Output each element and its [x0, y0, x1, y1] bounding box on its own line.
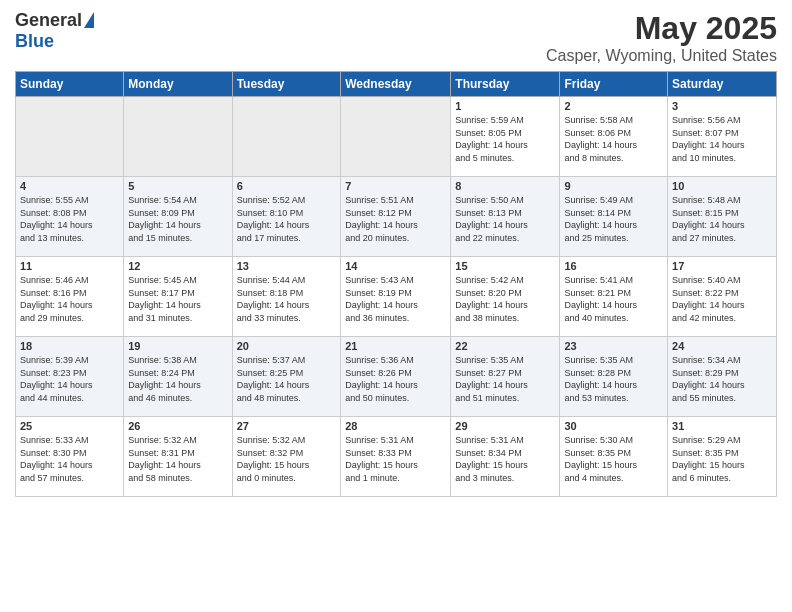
calendar-day-cell: 6Sunrise: 5:52 AM Sunset: 8:10 PM Daylig…: [232, 177, 341, 257]
calendar-day-cell: 12Sunrise: 5:45 AM Sunset: 8:17 PM Dayli…: [124, 257, 232, 337]
day-info: Sunrise: 5:48 AM Sunset: 8:15 PM Dayligh…: [672, 194, 772, 244]
day-number: 16: [564, 260, 663, 272]
calendar-day-cell: 29Sunrise: 5:31 AM Sunset: 8:34 PM Dayli…: [451, 417, 560, 497]
day-number: 28: [345, 420, 446, 432]
calendar-day-cell: 20Sunrise: 5:37 AM Sunset: 8:25 PM Dayli…: [232, 337, 341, 417]
day-number: 9: [564, 180, 663, 192]
day-number: 30: [564, 420, 663, 432]
calendar-day-cell: 18Sunrise: 5:39 AM Sunset: 8:23 PM Dayli…: [16, 337, 124, 417]
calendar-empty-cell: [341, 97, 451, 177]
day-info: Sunrise: 5:41 AM Sunset: 8:21 PM Dayligh…: [564, 274, 663, 324]
day-number: 24: [672, 340, 772, 352]
day-header-saturday: Saturday: [668, 72, 777, 97]
calendar-week-row: 25Sunrise: 5:33 AM Sunset: 8:30 PM Dayli…: [16, 417, 777, 497]
calendar-day-cell: 1Sunrise: 5:59 AM Sunset: 8:05 PM Daylig…: [451, 97, 560, 177]
title-block: May 2025 Casper, Wyoming, United States: [546, 10, 777, 65]
calendar-day-cell: 22Sunrise: 5:35 AM Sunset: 8:27 PM Dayli…: [451, 337, 560, 417]
day-info: Sunrise: 5:39 AM Sunset: 8:23 PM Dayligh…: [20, 354, 119, 404]
day-info: Sunrise: 5:29 AM Sunset: 8:35 PM Dayligh…: [672, 434, 772, 484]
calendar-day-cell: 19Sunrise: 5:38 AM Sunset: 8:24 PM Dayli…: [124, 337, 232, 417]
day-info: Sunrise: 5:56 AM Sunset: 8:07 PM Dayligh…: [672, 114, 772, 164]
calendar-header-row: SundayMondayTuesdayWednesdayThursdayFrid…: [16, 72, 777, 97]
day-number: 20: [237, 340, 337, 352]
calendar-day-cell: 2Sunrise: 5:58 AM Sunset: 8:06 PM Daylig…: [560, 97, 668, 177]
day-number: 15: [455, 260, 555, 272]
calendar-week-row: 1Sunrise: 5:59 AM Sunset: 8:05 PM Daylig…: [16, 97, 777, 177]
day-number: 19: [128, 340, 227, 352]
calendar-day-cell: 11Sunrise: 5:46 AM Sunset: 8:16 PM Dayli…: [16, 257, 124, 337]
day-info: Sunrise: 5:30 AM Sunset: 8:35 PM Dayligh…: [564, 434, 663, 484]
logo-general-text: General: [15, 10, 82, 31]
day-info: Sunrise: 5:34 AM Sunset: 8:29 PM Dayligh…: [672, 354, 772, 404]
calendar-week-row: 4Sunrise: 5:55 AM Sunset: 8:08 PM Daylig…: [16, 177, 777, 257]
day-number: 5: [128, 180, 227, 192]
calendar-day-cell: 10Sunrise: 5:48 AM Sunset: 8:15 PM Dayli…: [668, 177, 777, 257]
logo: General Blue: [15, 10, 94, 52]
day-number: 3: [672, 100, 772, 112]
day-info: Sunrise: 5:35 AM Sunset: 8:27 PM Dayligh…: [455, 354, 555, 404]
calendar-day-cell: 17Sunrise: 5:40 AM Sunset: 8:22 PM Dayli…: [668, 257, 777, 337]
calendar-empty-cell: [232, 97, 341, 177]
day-info: Sunrise: 5:45 AM Sunset: 8:17 PM Dayligh…: [128, 274, 227, 324]
day-info: Sunrise: 5:32 AM Sunset: 8:31 PM Dayligh…: [128, 434, 227, 484]
calendar-empty-cell: [16, 97, 124, 177]
calendar-day-cell: 14Sunrise: 5:43 AM Sunset: 8:19 PM Dayli…: [341, 257, 451, 337]
calendar-day-cell: 9Sunrise: 5:49 AM Sunset: 8:14 PM Daylig…: [560, 177, 668, 257]
calendar-day-cell: 5Sunrise: 5:54 AM Sunset: 8:09 PM Daylig…: [124, 177, 232, 257]
day-header-monday: Monday: [124, 72, 232, 97]
day-header-friday: Friday: [560, 72, 668, 97]
calendar-day-cell: 25Sunrise: 5:33 AM Sunset: 8:30 PM Dayli…: [16, 417, 124, 497]
day-info: Sunrise: 5:55 AM Sunset: 8:08 PM Dayligh…: [20, 194, 119, 244]
calendar-week-row: 11Sunrise: 5:46 AM Sunset: 8:16 PM Dayli…: [16, 257, 777, 337]
calendar-day-cell: 31Sunrise: 5:29 AM Sunset: 8:35 PM Dayli…: [668, 417, 777, 497]
day-number: 12: [128, 260, 227, 272]
calendar-empty-cell: [124, 97, 232, 177]
day-info: Sunrise: 5:59 AM Sunset: 8:05 PM Dayligh…: [455, 114, 555, 164]
day-info: Sunrise: 5:46 AM Sunset: 8:16 PM Dayligh…: [20, 274, 119, 324]
page: General Blue May 2025 Casper, Wyoming, U…: [0, 0, 792, 612]
day-header-thursday: Thursday: [451, 72, 560, 97]
day-number: 6: [237, 180, 337, 192]
calendar-day-cell: 7Sunrise: 5:51 AM Sunset: 8:12 PM Daylig…: [341, 177, 451, 257]
calendar-day-cell: 8Sunrise: 5:50 AM Sunset: 8:13 PM Daylig…: [451, 177, 560, 257]
day-info: Sunrise: 5:49 AM Sunset: 8:14 PM Dayligh…: [564, 194, 663, 244]
day-number: 4: [20, 180, 119, 192]
day-number: 21: [345, 340, 446, 352]
subtitle: Casper, Wyoming, United States: [546, 47, 777, 65]
day-number: 1: [455, 100, 555, 112]
day-info: Sunrise: 5:32 AM Sunset: 8:32 PM Dayligh…: [237, 434, 337, 484]
day-info: Sunrise: 5:31 AM Sunset: 8:34 PM Dayligh…: [455, 434, 555, 484]
day-header-wednesday: Wednesday: [341, 72, 451, 97]
day-number: 22: [455, 340, 555, 352]
day-number: 11: [20, 260, 119, 272]
day-info: Sunrise: 5:50 AM Sunset: 8:13 PM Dayligh…: [455, 194, 555, 244]
day-number: 13: [237, 260, 337, 272]
day-info: Sunrise: 5:58 AM Sunset: 8:06 PM Dayligh…: [564, 114, 663, 164]
calendar-table: SundayMondayTuesdayWednesdayThursdayFrid…: [15, 71, 777, 497]
calendar-day-cell: 27Sunrise: 5:32 AM Sunset: 8:32 PM Dayli…: [232, 417, 341, 497]
calendar-day-cell: 21Sunrise: 5:36 AM Sunset: 8:26 PM Dayli…: [341, 337, 451, 417]
day-info: Sunrise: 5:37 AM Sunset: 8:25 PM Dayligh…: [237, 354, 337, 404]
day-number: 2: [564, 100, 663, 112]
day-info: Sunrise: 5:31 AM Sunset: 8:33 PM Dayligh…: [345, 434, 446, 484]
header: General Blue May 2025 Casper, Wyoming, U…: [15, 10, 777, 65]
calendar-day-cell: 13Sunrise: 5:44 AM Sunset: 8:18 PM Dayli…: [232, 257, 341, 337]
day-info: Sunrise: 5:44 AM Sunset: 8:18 PM Dayligh…: [237, 274, 337, 324]
day-number: 31: [672, 420, 772, 432]
day-number: 25: [20, 420, 119, 432]
calendar-day-cell: 15Sunrise: 5:42 AM Sunset: 8:20 PM Dayli…: [451, 257, 560, 337]
day-number: 7: [345, 180, 446, 192]
day-info: Sunrise: 5:42 AM Sunset: 8:20 PM Dayligh…: [455, 274, 555, 324]
day-number: 8: [455, 180, 555, 192]
day-number: 17: [672, 260, 772, 272]
day-info: Sunrise: 5:51 AM Sunset: 8:12 PM Dayligh…: [345, 194, 446, 244]
day-header-tuesday: Tuesday: [232, 72, 341, 97]
day-number: 27: [237, 420, 337, 432]
main-title: May 2025: [546, 10, 777, 47]
calendar-day-cell: 30Sunrise: 5:30 AM Sunset: 8:35 PM Dayli…: [560, 417, 668, 497]
day-info: Sunrise: 5:54 AM Sunset: 8:09 PM Dayligh…: [128, 194, 227, 244]
day-info: Sunrise: 5:38 AM Sunset: 8:24 PM Dayligh…: [128, 354, 227, 404]
logo-triangle-icon: [84, 12, 94, 28]
logo-blue-text: Blue: [15, 31, 54, 52]
day-number: 26: [128, 420, 227, 432]
